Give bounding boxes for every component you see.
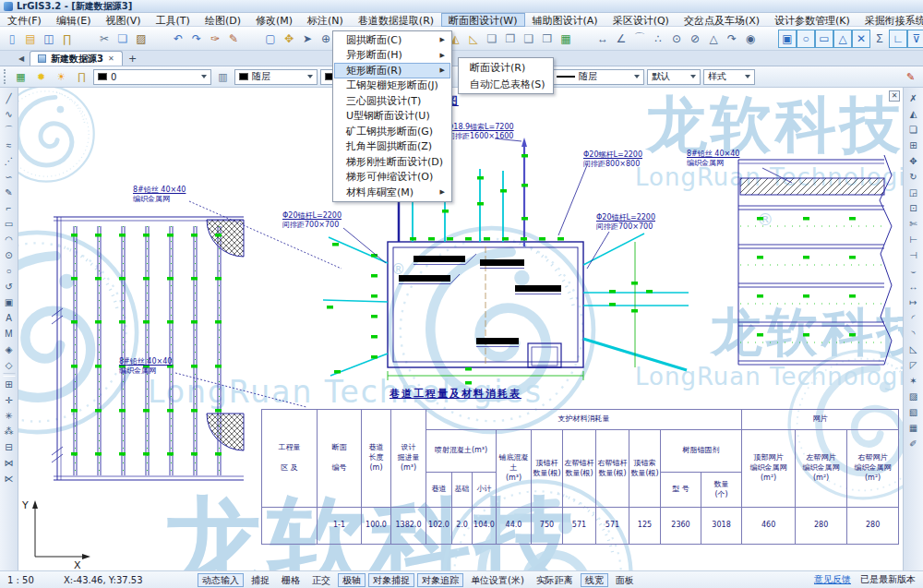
- menu-item-material-chamber[interactable]: 材料库硐室(M) ▶: [334, 185, 450, 200]
- draw-segment-button[interactable]: ∽: [1, 169, 17, 185]
- explode-button[interactable]: ✶: [905, 373, 921, 389]
- sigma-button[interactable]: Σ: [870, 30, 889, 48]
- arc-length-button[interactable]: ⌒: [630, 30, 649, 48]
- toggle-center-mark-button[interactable]: ▣: [778, 30, 797, 48]
- time-button[interactable]: ⊙: [667, 30, 686, 48]
- menu-mining-link[interactable]: 采掘衔接系统(F): [857, 13, 923, 27]
- erase-button[interactable]: ✗: [905, 90, 921, 106]
- id-point-button[interactable]: ∴: [649, 30, 667, 48]
- color-select-dropdown[interactable]: 随层: [234, 69, 318, 85]
- menu-view[interactable]: 视图(V): [98, 13, 148, 27]
- copy-object-button[interactable]: ❏: [905, 122, 921, 138]
- polar-toggle[interactable]: 极轴: [338, 573, 366, 587]
- sketch-button[interactable]: ✎: [224, 30, 243, 48]
- paste-button[interactable]: ▨: [132, 30, 150, 48]
- boundary-edit-button[interactable]: ▦: [905, 420, 921, 436]
- draw-arc-button[interactable]: ⌒: [1, 122, 17, 138]
- unit-setting-button[interactable]: 单位设置(米): [466, 573, 529, 587]
- multipoint-button[interactable]: ⁂: [1, 424, 17, 439]
- draw-rectangle-button[interactable]: ▭: [1, 216, 17, 232]
- regen-button[interactable]: ▦: [557, 30, 575, 48]
- layer-select-dropdown[interactable]: 0: [93, 69, 211, 85]
- drawing-canvas[interactable]: 龙软科技 LongRuan Technologies 龙软科技 LongRuan…: [18, 88, 903, 570]
- menu-aux-design[interactable]: 辅助图设计(A): [525, 13, 605, 27]
- rotate-button[interactable]: ↻: [905, 169, 921, 185]
- tab-scroll-back-button[interactable]: ◀: [15, 52, 28, 65]
- tab-close-icon[interactable]: ✕: [108, 54, 114, 63]
- chamfer-button[interactable]: ◺: [905, 342, 921, 357]
- menu-draw[interactable]: 绘图(D): [198, 13, 248, 27]
- gradient-button[interactable]: ▧: [905, 404, 921, 420]
- draw-arc3-button[interactable]: ◠: [1, 232, 17, 247]
- layer-previous-button[interactable]: ❒: [538, 30, 557, 48]
- properties-button[interactable]: ✐: [905, 436, 921, 451]
- bring-front-button[interactable]: ❏: [483, 30, 501, 48]
- join-button[interactable]: ⌣: [905, 263, 921, 279]
- send-back-button[interactable]: ❐: [501, 30, 520, 48]
- draw-ellipse-button[interactable]: ○: [1, 263, 17, 279]
- divide-button[interactable]: ✛: [1, 392, 17, 408]
- extend-button[interactable]: ⊢: [905, 232, 921, 247]
- layer-freeze-sun-icon[interactable]: ☀: [53, 68, 70, 86]
- grid-toggle[interactable]: 栅格: [277, 573, 305, 587]
- distance-button[interactable]: ↔: [593, 30, 612, 48]
- plot-style-button[interactable]: ▥: [214, 68, 232, 86]
- menu-item-steel-frame-rect[interactable]: 工钢架棚矩形断面(J): [334, 78, 450, 94]
- ortho-toggle[interactable]: 正交: [307, 573, 335, 587]
- hatch-button[interactable]: ◈: [1, 342, 17, 357]
- draw-pline-button[interactable]: ⌐: [1, 200, 17, 216]
- menu-item-round-arch-section[interactable]: 圆拱断面(C) ▶: [334, 32, 450, 48]
- submenu-item-auto-summary[interactable]: 自动汇总表格(S): [460, 76, 552, 92]
- menu-dimension[interactable]: 标注(N): [300, 13, 351, 27]
- hatch-edit-button[interactable]: ▨: [905, 389, 921, 404]
- slope-tool-button[interactable]: ◺: [464, 30, 483, 48]
- chamfer-alt-button[interactable]: ◸: [905, 357, 921, 373]
- new-file-button[interactable]: ▯: [3, 30, 21, 48]
- layer-lock-icon[interactable]: ∏: [73, 68, 90, 86]
- linetype-select-dropdown[interactable]: 随层: [552, 69, 644, 85]
- cut-button[interactable]: ✂: [95, 30, 114, 48]
- menu-tools[interactable]: 工具(T): [149, 13, 198, 27]
- snap-toggle[interactable]: 捕捉: [246, 573, 274, 587]
- move-button[interactable]: ✥: [905, 153, 921, 169]
- real-distance-toggle[interactable]: 实际距离: [532, 573, 578, 587]
- draw-spline-button[interactable]: ≈: [1, 138, 17, 153]
- menu-junction-yard[interactable]: 交岔点及车场(X): [677, 13, 767, 27]
- menu-panel-design[interactable]: 采区设计(Q): [605, 13, 677, 27]
- menu-item-trapezoid-rigid[interactable]: 梯形刚性断面设计(D): [334, 154, 450, 170]
- angle-button[interactable]: ∠: [612, 30, 630, 48]
- dynamic-input-toggle[interactable]: 动态输入: [198, 573, 244, 587]
- toolbar-drag-handle[interactable]: [4, 69, 7, 84]
- panel-toggle[interactable]: 面板: [611, 573, 639, 587]
- toggle-cross-button[interactable]: ✕: [852, 30, 870, 48]
- menu-item-special-section[interactable]: 异形断面(H) ▶: [334, 48, 450, 64]
- no-print-button[interactable]: ⊘: [686, 30, 704, 48]
- break-button[interactable]: ⊣: [905, 247, 921, 263]
- menu-item-three-center-arch[interactable]: 三心圆拱设计(T): [334, 93, 450, 109]
- zoom-window-button[interactable]: ▢: [261, 30, 280, 48]
- redo-button[interactable]: ↷: [187, 30, 206, 48]
- trim-button[interactable]: ✄: [905, 216, 921, 232]
- scale-button[interactable]: ◲: [905, 185, 921, 200]
- menu-param-mgmt[interactable]: 设计参数管理(K): [767, 13, 857, 27]
- submenu-item-section-design[interactable]: 断面设计(R): [460, 59, 552, 76]
- menu-section-design[interactable]: 断面图设计(W): [441, 13, 524, 27]
- point-button[interactable]: ⊞: [1, 377, 17, 392]
- freehand-button[interactable]: ✎: [1, 185, 17, 200]
- mirror-button[interactable]: ◭: [905, 106, 921, 122]
- toggle-sigma-button[interactable]: ⊽: [907, 30, 923, 48]
- menu-roadway-extract[interactable]: 巷道数据提取(R): [351, 13, 441, 27]
- draw-ray-button[interactable]: ⋰: [1, 153, 17, 169]
- lengthen-button[interactable]: ↦: [905, 294, 921, 310]
- menu-item-rect-section[interactable]: 矩形断面(R) ▶: [334, 63, 450, 78]
- region-button[interactable]: ⊟: [1, 439, 17, 455]
- menu-edit[interactable]: 编辑(E): [49, 13, 99, 27]
- draw-order-button[interactable]: ❑: [520, 30, 538, 48]
- toggle-rect-button[interactable]: ▭: [815, 30, 833, 48]
- draw-revcloud-button[interactable]: ↺: [1, 279, 17, 294]
- draw-polyline-button[interactable]: ∿: [1, 106, 17, 122]
- pan-button[interactable]: ✥: [280, 30, 298, 48]
- insert-image-button[interactable]: ▣: [1, 294, 17, 310]
- match-properties-button[interactable]: ✑: [206, 30, 224, 48]
- fillet-button[interactable]: ◜: [905, 310, 921, 326]
